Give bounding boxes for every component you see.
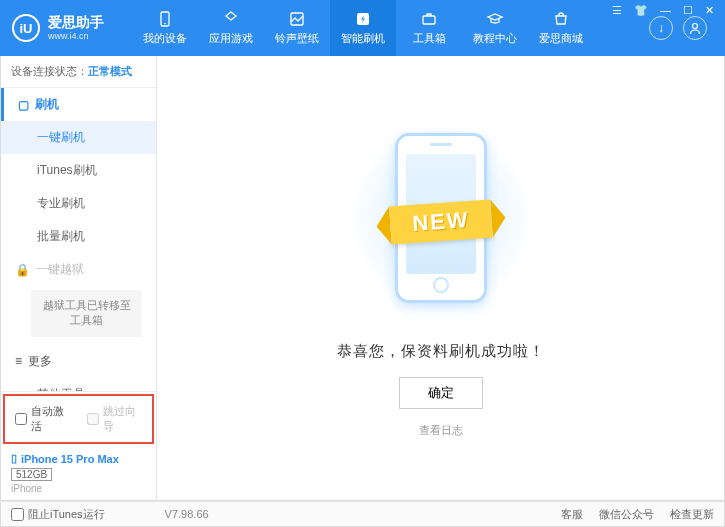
new-ribbon: NEW (389, 200, 493, 245)
connection-status: 设备连接状态：正常模式 (1, 56, 156, 88)
apps-icon (222, 10, 240, 28)
success-message: 恭喜您，保资料刷机成功啦！ (337, 342, 545, 361)
storage-badge: 512GB (11, 468, 52, 481)
minimize-icon[interactable]: — (657, 4, 674, 17)
nav-tutorials[interactable]: 教程中心 (462, 0, 528, 56)
jailbreak-note: 越狱工具已转移至 工具箱 (31, 290, 142, 337)
window-controls: ☰ 👕 — ☐ ✕ (609, 4, 717, 17)
ok-button[interactable]: 确定 (399, 377, 483, 409)
user-button[interactable] (683, 16, 707, 40)
menu-group-more[interactable]: ≡ 更多 (1, 345, 156, 378)
nav-toolbox[interactable]: 工具箱 (396, 0, 462, 56)
flash-icon (354, 10, 372, 28)
graduation-icon (486, 10, 504, 28)
menu-batch-flash[interactable]: 批量刷机 (1, 220, 156, 253)
menu-group-flash[interactable]: ▢ 刷机 (1, 88, 156, 121)
nav-store[interactable]: 爱思商城 (528, 0, 594, 56)
sidebar-menu: ▢ 刷机 一键刷机 iTunes刷机 专业刷机 批量刷机 🔒 一键越狱 越狱工具… (1, 88, 156, 391)
auto-activate-checkbox[interactable]: 自动激活 (15, 404, 71, 434)
close-icon[interactable]: ✕ (702, 4, 717, 17)
footer-support[interactable]: 客服 (561, 507, 583, 522)
footer-wechat[interactable]: 微信公众号 (599, 507, 654, 522)
logo-icon: iU (12, 14, 40, 42)
status-mode: 正常模式 (88, 65, 132, 77)
header-actions: ↓ (649, 16, 707, 40)
app-logo: iU 爱思助手 www.i4.cn (12, 14, 132, 42)
sidebar-bottom: 自动激活 跳过向导 ▯ iPhone 15 Pro Max 512GB iPho… (1, 391, 156, 500)
svg-point-5 (693, 24, 698, 29)
app-name: 爱思助手 (48, 15, 104, 30)
svg-point-1 (164, 23, 166, 25)
store-icon (552, 10, 570, 28)
download-button[interactable]: ↓ (649, 16, 673, 40)
lock-icon: 🔒 (15, 263, 30, 277)
maximize-icon[interactable]: ☐ (680, 4, 696, 17)
device-info: ▯ iPhone 15 Pro Max 512GB iPhone (1, 446, 156, 500)
checkbox-row: 自动激活 跳过向导 (3, 394, 154, 444)
menu-icon[interactable]: ☰ (609, 4, 625, 17)
success-illustration: NEW (351, 118, 531, 318)
view-log-link[interactable]: 查看日志 (419, 423, 463, 438)
device-type: iPhone (11, 483, 146, 494)
menu-other-tools[interactable]: 其他工具 (1, 378, 156, 391)
nav-ringtones[interactable]: 铃声壁纸 (264, 0, 330, 56)
footer-check-update[interactable]: 检查更新 (670, 507, 714, 522)
version-label: V7.98.66 (165, 508, 209, 520)
nav-my-device[interactable]: 我的设备 (132, 0, 198, 56)
more-icon: ≡ (15, 354, 22, 368)
device-icon (156, 10, 174, 28)
menu-itunes-flash[interactable]: iTunes刷机 (1, 154, 156, 187)
sidebar: 设备连接状态：正常模式 ▢ 刷机 一键刷机 iTunes刷机 专业刷机 批量刷机… (1, 56, 157, 500)
toolbox-icon (420, 10, 438, 28)
nav-smart-flash[interactable]: 智能刷机 (330, 0, 396, 56)
svg-rect-4 (423, 16, 435, 24)
block-itunes-checkbox[interactable]: 阻止iTunes运行 (11, 507, 105, 522)
menu-one-key-flash[interactable]: 一键刷机 (1, 121, 156, 154)
menu-group-jailbreak[interactable]: 🔒 一键越狱 (1, 253, 156, 286)
menu-pro-flash[interactable]: 专业刷机 (1, 187, 156, 220)
app-url: www.i4.cn (48, 31, 104, 41)
svg-rect-2 (291, 13, 303, 25)
phone-icon: ▯ (11, 452, 17, 465)
main-nav: 我的设备 应用游戏 铃声壁纸 智能刷机 工具箱 教程中心 爱思商城 (132, 0, 649, 56)
skin-icon[interactable]: 👕 (631, 4, 651, 17)
device-name[interactable]: ▯ iPhone 15 Pro Max (11, 452, 146, 465)
skip-setup-checkbox[interactable]: 跳过向导 (87, 404, 143, 434)
footer: 阻止iTunes运行 V7.98.66 客服 微信公众号 检查更新 (0, 501, 725, 527)
main-content: NEW 恭喜您，保资料刷机成功啦！ 确定 查看日志 (157, 56, 724, 500)
footer-links: 客服 微信公众号 检查更新 (561, 507, 714, 522)
wallpaper-icon (288, 10, 306, 28)
flash-group-icon: ▢ (18, 98, 29, 112)
nav-apps-games[interactable]: 应用游戏 (198, 0, 264, 56)
